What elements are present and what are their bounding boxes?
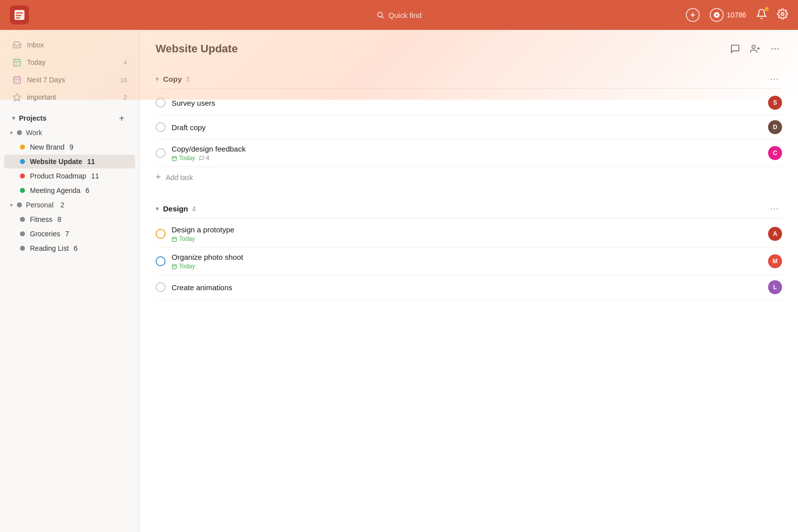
task-name-photoshoot: Organize photo shoot xyxy=(172,253,762,261)
svg-marker-21 xyxy=(13,94,21,101)
page-title: Website Update xyxy=(156,42,728,55)
svg-line-5 xyxy=(382,16,384,18)
task-info-photoshoot: Organize photo shoot Today xyxy=(172,253,762,270)
task-due-label-prototype: Today xyxy=(179,235,195,242)
product-roadmap-count: 11 xyxy=(91,172,99,180)
svg-point-22 xyxy=(752,45,756,49)
inbox-icon xyxy=(12,40,22,50)
task-checkbox-prototype[interactable] xyxy=(156,229,166,239)
task-checkbox-animations[interactable] xyxy=(156,282,166,292)
more-options-button[interactable] xyxy=(768,42,782,56)
search-bar[interactable]: Quick find xyxy=(377,11,422,19)
task-info-prototype: Design a prototype Today xyxy=(172,225,762,242)
projects-label: Projects xyxy=(19,114,46,122)
work-chevron: ▾ xyxy=(10,130,13,136)
sidebar-item-meeting-agenda[interactable]: Meeting Agenda 6 xyxy=(4,183,135,197)
next7days-icon xyxy=(12,75,22,85)
work-group-header[interactable]: ▾ Work xyxy=(0,126,139,140)
task-checkbox-feedback[interactable] xyxy=(156,148,166,158)
groceries-dot xyxy=(20,231,25,236)
topbar: Quick find 10786 xyxy=(0,0,798,30)
task-due-feedback[interactable]: Today xyxy=(172,155,195,162)
svg-point-26 xyxy=(775,48,776,50)
projects-chevron[interactable]: ▾ xyxy=(12,115,15,122)
meeting-agenda-dot xyxy=(20,188,25,193)
fitness-label: Fitness xyxy=(30,215,52,223)
table-row: Design a prototype Today A xyxy=(156,220,782,248)
task-due-photoshoot[interactable]: Today xyxy=(172,263,195,270)
sidebar-item-product-roadmap[interactable]: Product Roadmap 11 xyxy=(4,169,135,183)
svg-rect-30 xyxy=(172,237,176,241)
task-checkbox-survey[interactable] xyxy=(156,98,166,108)
svg-point-27 xyxy=(778,48,779,50)
design-section: ▾ Design 4 ··· Design a prototype xyxy=(156,199,782,300)
sidebar-item-website-update[interactable]: Website Update 11 xyxy=(4,155,135,169)
sidebar-item-today[interactable]: 21 Today 4 xyxy=(4,54,135,71)
design-section-header: ▾ Design 4 ··· xyxy=(156,199,782,218)
karma-display[interactable]: 10786 xyxy=(710,8,746,22)
svg-rect-32 xyxy=(172,264,176,268)
add-project-button[interactable]: + xyxy=(116,113,127,124)
app-body: Inbox 21 Today 4 xyxy=(0,30,798,532)
task-due-label-feedback: Today xyxy=(179,155,195,162)
page-actions xyxy=(728,42,782,56)
next7days-label: Next 7 Days xyxy=(27,76,115,84)
sidebar-item-new-brand[interactable]: New Brand 9 xyxy=(4,140,135,154)
sidebar-item-important[interactable]: important 2 xyxy=(4,89,135,106)
karma-icon xyxy=(710,8,724,22)
copy-chevron[interactable]: ▾ xyxy=(156,75,159,83)
important-label: important xyxy=(27,93,119,101)
personal-count: 2 xyxy=(60,201,64,209)
task-avatar-feedback: C xyxy=(768,146,782,160)
notifications-button[interactable] xyxy=(756,8,767,21)
important-icon xyxy=(12,92,22,102)
task-due-prototype[interactable]: Today xyxy=(172,235,195,242)
design-chevron[interactable]: ▾ xyxy=(156,205,159,212)
svg-point-25 xyxy=(772,48,773,50)
add-task-label-copy: Add task xyxy=(166,174,193,181)
new-brand-dot xyxy=(20,145,25,150)
copy-section-name: Copy xyxy=(163,75,182,83)
svg-text:21: 21 xyxy=(15,62,19,65)
add-task-plus-icon: + xyxy=(156,172,161,182)
settings-button[interactable] xyxy=(777,8,788,21)
add-member-button[interactable] xyxy=(748,42,762,56)
table-row: Create animations L xyxy=(156,275,782,300)
groceries-count: 7 xyxy=(65,230,69,238)
add-task-copy[interactable]: + Add task xyxy=(156,167,782,187)
app-logo[interactable] xyxy=(10,5,29,24)
comments-button[interactable] xyxy=(728,42,742,56)
task-meta-prototype: Today xyxy=(172,235,762,242)
sidebar-item-reading-list[interactable]: Reading List 6 xyxy=(4,241,135,255)
task-name-survey: Survey users xyxy=(172,99,762,107)
sidebar-item-fitness[interactable]: Fitness 8 xyxy=(4,212,135,226)
task-comment-count-feedback: 4 xyxy=(206,155,209,162)
task-info-survey: Survey users xyxy=(172,99,762,107)
work-dot xyxy=(17,130,22,135)
task-info-feedback: Copy/design feedback Today xyxy=(172,145,762,162)
task-checkbox-draft[interactable] xyxy=(156,122,166,132)
website-update-dot xyxy=(20,159,25,164)
task-checkbox-photoshoot[interactable] xyxy=(156,256,166,266)
sidebar-item-groceries[interactable]: Groceries 7 xyxy=(4,227,135,241)
personal-label: Personal xyxy=(26,201,53,209)
table-row: Survey users S xyxy=(156,91,782,115)
table-row: Copy/design feedback Today xyxy=(156,140,782,167)
add-button[interactable] xyxy=(686,8,700,22)
website-update-label: Website Update xyxy=(30,158,82,166)
reading-list-count: 6 xyxy=(74,244,78,252)
task-name-feedback: Copy/design feedback xyxy=(172,145,762,153)
sidebar-item-next7days[interactable]: Next 7 Days 16 xyxy=(4,71,135,88)
sidebar-item-inbox[interactable]: Inbox xyxy=(4,36,135,53)
meeting-agenda-count: 6 xyxy=(85,186,89,194)
product-roadmap-dot xyxy=(20,174,25,178)
task-comments-feedback[interactable]: 4 xyxy=(199,155,209,162)
svg-point-9 xyxy=(781,12,784,15)
meeting-agenda-label: Meeting Agenda xyxy=(30,186,80,194)
svg-rect-28 xyxy=(172,156,176,160)
personal-group-header[interactable]: ▾ Personal 2 xyxy=(0,198,139,212)
design-section-more[interactable]: ··· xyxy=(767,202,782,215)
copy-section-more[interactable]: ··· xyxy=(767,73,782,85)
task-meta-feedback: Today 4 xyxy=(172,155,762,162)
task-name-draft: Draft copy xyxy=(172,123,762,132)
